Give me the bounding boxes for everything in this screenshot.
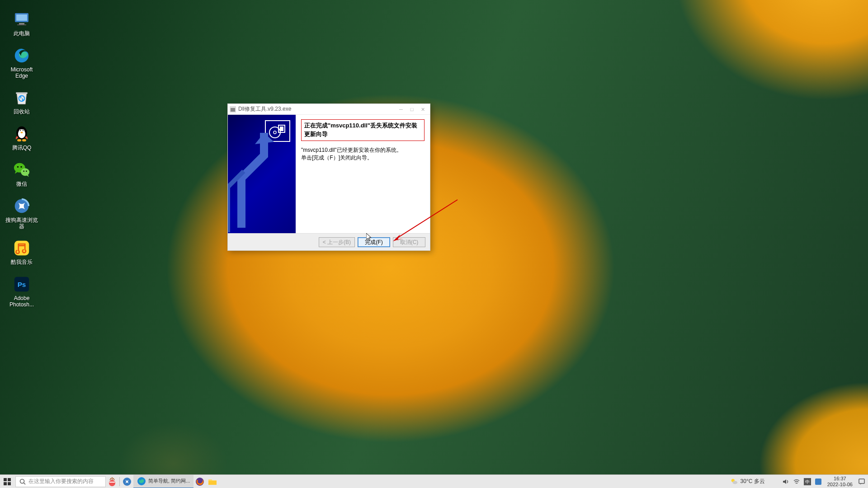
tray-notifications-icon[interactable] [858,478,865,485]
search-placeholder: 在这里输入你要搜索的内容 [28,478,94,485]
trash-icon [12,88,31,107]
taskbar-clock[interactable]: 16:37 2022-10-06 [826,476,854,487]
svg-rect-3 [17,24,26,25]
tray-volume-icon[interactable] [782,478,789,485]
svg-rect-49 [815,479,821,485]
icon-label: 微信 [16,181,27,188]
chat-bubble-icon [12,160,31,179]
svg-point-18 [21,168,29,176]
windows-logo-icon [4,478,11,485]
desktop-icons-column: 此电脑 Microsoft Edge 回收站 腾讯QQ 微信 [4,8,40,310]
tray-ime-icon[interactable]: 中 [804,478,811,485]
window-controls: ─ □ ✕ [398,107,428,112]
tray-security-icon[interactable] [815,478,822,485]
svg-rect-2 [19,23,24,24]
svg-point-11 [23,130,24,131]
qq-icon[interactable]: 腾讯QQ [4,122,40,153]
maximize-button[interactable]: □ [409,107,415,112]
search-icon [19,479,26,485]
kuwo-music-icon[interactable]: 酷我音乐 [4,237,40,267]
tray-onedrive-icon[interactable] [771,478,778,485]
icon-label: 搜狗高速浏览器 [5,217,38,230]
svg-point-12 [20,132,23,134]
dialog-titlebar[interactable]: Dll修复工具.v9.23.exe ─ □ ✕ [228,104,430,115]
wizard-heading: 正在完成"msvcp110.dll"丢失系统文件安装更新向导 [301,119,425,141]
taskbar-weather[interactable]: 30°C 多云 [726,478,769,486]
close-button[interactable]: ✕ [420,107,425,112]
desktop-background[interactable]: 此电脑 Microsoft Edge 回收站 腾讯QQ 微信 [0,0,868,488]
svg-rect-39 [109,482,115,483]
cancel-button: 取消(C) [393,237,425,247]
edge-browser-icon [12,46,31,65]
taskbar-search[interactable]: 在这里输入你要搜索的内容 [15,476,106,487]
penguin-icon [12,124,31,143]
taskbar-window-title: 简单导航, 简约网... [148,478,190,484]
finish-button[interactable]: 完成(F) [358,237,390,247]
svg-rect-50 [859,479,864,483]
svg-rect-32 [4,478,7,481]
installer-dialog: Dll修复工具.v9.23.exe ─ □ ✕ 正在完成"msvcp110.dl… [227,103,430,251]
photoshop-icon[interactable]: Ps Adobe Photosh... [4,273,40,310]
system-tray: 中 16:37 2022-10-06 [769,476,868,487]
svg-text:Ps: Ps [18,281,26,288]
svg-point-36 [20,479,24,483]
svg-point-38 [109,480,115,486]
banner-graphic [228,115,296,233]
wizard-text-1: "msvcp110.dll"已经更新安装在你的系统。 [301,146,425,154]
edge-icon[interactable]: Microsoft Edge [4,44,40,81]
ps-app-icon: Ps [12,275,31,294]
dialog-footer: < 上一步(B) 完成(F) 取消(C) [228,233,430,250]
sogou-browser-icon[interactable]: 搜狗高速浏览器 [4,195,40,232]
svg-rect-26 [231,108,235,112]
svg-point-13 [17,139,21,141]
svg-point-16 [17,166,19,168]
svg-point-10 [20,130,21,131]
icon-label: Adobe Photosh... [5,296,38,308]
svg-line-37 [24,483,26,484]
svg-rect-1 [16,14,27,21]
wizard-text-2: 单击[完成（F）]关闭此向导。 [301,154,425,162]
svg-point-20 [26,171,27,172]
taskbar: 在这里输入你要搜索的内容 简单导航, 简约网... 30°C 多云 中 16:3… [0,474,868,488]
wechat-icon[interactable]: 微信 [4,159,40,189]
taskbar-edge-window[interactable]: 简单导航, 简约网... [133,475,193,488]
taskbar-firefox[interactable] [193,475,206,488]
svg-point-14 [22,139,26,141]
taskbar-app-food[interactable] [106,475,118,488]
icon-label: 酷我音乐 [11,259,33,266]
start-button[interactable] [0,475,14,488]
svg-point-17 [20,166,22,168]
app-icon [230,106,236,113]
icon-label: 腾讯QQ [12,145,32,151]
recycle-bin-icon[interactable]: 回收站 [4,86,40,117]
edge-icon-small [137,477,146,486]
icon-label: 此电脑 [14,31,30,37]
taskbar-time: 16:37 [827,476,853,481]
weather-cloudy-icon [730,478,738,486]
music-app-icon [12,239,31,258]
svg-rect-35 [8,482,11,485]
svg-rect-43 [208,481,217,485]
weather-text: 30°C 多云 [741,478,765,485]
taskbar-divider [119,477,120,486]
dialog-content: 正在完成"msvcp110.dll"丢失系统文件安装更新向导 "msvcp110… [296,115,430,233]
dialog-body: 正在完成"msvcp110.dll"丢失系统文件安装更新向导 "msvcp110… [228,115,430,233]
svg-rect-34 [4,482,7,485]
taskbar-sogou[interactable] [121,475,133,488]
icon-label: Microsoft Edge [5,67,38,80]
back-button: < 上一步(B) [319,237,355,247]
taskbar-explorer[interactable] [206,475,219,488]
svg-rect-33 [8,478,11,481]
minimize-button[interactable]: ─ [398,107,404,112]
dialog-title: Dll修复工具.v9.23.exe [238,105,398,113]
svg-point-45 [732,481,737,484]
browser-globe-icon [12,197,31,216]
computer-icon [12,10,31,29]
svg-rect-4 [16,93,27,94]
wizard-side-banner [228,115,296,233]
this-pc-icon[interactable]: 此电脑 [4,8,40,39]
icon-label: 回收站 [14,109,30,115]
tray-wifi-icon[interactable] [793,478,800,485]
taskbar-date: 2022-10-06 [827,482,853,487]
svg-point-19 [23,171,24,172]
